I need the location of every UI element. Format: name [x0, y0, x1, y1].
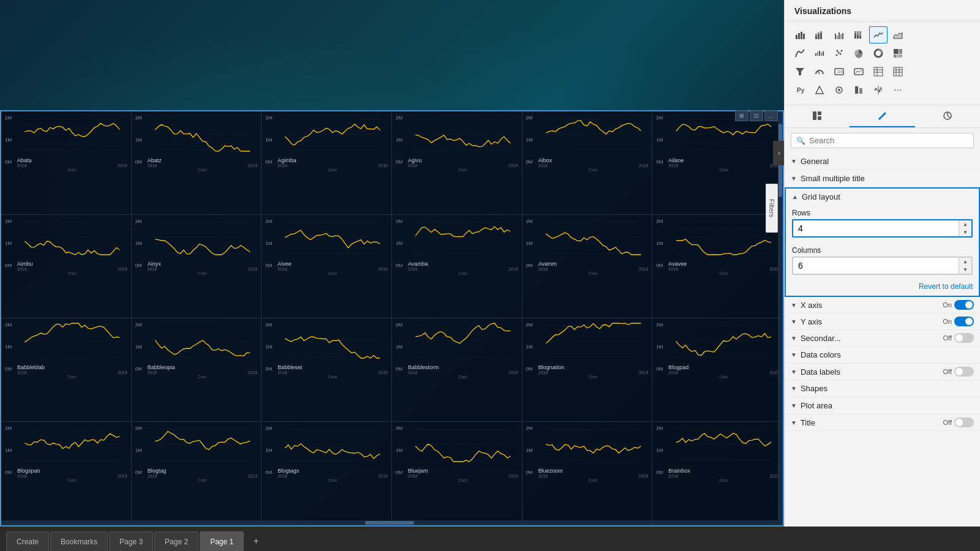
- donut-icon[interactable]: [869, 45, 888, 62]
- ribbon-icon[interactable]: [791, 45, 809, 62]
- rows-increment[interactable]: ▲: [959, 220, 971, 228]
- chart-cell-brainbox[interactable]: 2M 1M 0M Brainbox 2018 2019 Date: [652, 422, 783, 525]
- chart-cell-avamba[interactable]: 2M 1M 0M Avamba 2018 2019 Date: [392, 215, 522, 318]
- gauge-icon[interactable]: [810, 63, 829, 80]
- x-axis-row[interactable]: ▼ X axis On: [785, 297, 980, 313]
- chart-control-more[interactable]: …: [764, 110, 778, 121]
- x-axis-toggle[interactable]: [954, 300, 974, 310]
- rows-input-row[interactable]: ▲ ▼: [792, 219, 973, 238]
- data-labels-row[interactable]: ▼ Data labels Off: [785, 364, 980, 380]
- chart-control-focus[interactable]: ⊞: [735, 110, 748, 121]
- svg-rect-108: [897, 54, 902, 58]
- chart-cell-agimba[interactable]: 2M 1M 0M Agimba 2018 2019 Date: [262, 111, 392, 215]
- rows-decrement[interactable]: ▼: [959, 228, 971, 236]
- chart-cell-blogspan[interactable]: 2M 1M 0M Blogspan 2018 2019 Date: [1, 422, 132, 525]
- treemap-icon[interactable]: [889, 45, 907, 62]
- columns-decrement[interactable]: ▼: [959, 266, 971, 274]
- columns-increment[interactable]: ▲: [959, 258, 971, 266]
- title-toggle[interactable]: [954, 418, 974, 427]
- sparkline-svg: [148, 114, 258, 154]
- grouped-bar-icon[interactable]: [830, 26, 848, 43]
- chart-cell-agivu[interactable]: 2M 1M 0M Agivu 2018 2019 Date: [392, 111, 522, 215]
- chart-cell-ailane[interactable]: 2M 1M 0M Ailane 2018 2019 Date: [652, 111, 783, 215]
- tab-page1[interactable]: Page 1: [200, 531, 244, 551]
- waterfall-icon[interactable]: [810, 45, 829, 62]
- chart-cell-babbleblab[interactable]: 2M 1M 0M Babbleblab 2018 2019 Date: [1, 318, 132, 422]
- bottom-tab-bar: Create Bookmarks Page 3 Page 2 Page 1 +: [0, 527, 980, 551]
- chart-cell-ainyx[interactable]: 2M 1M 0M Ainyx 2018 2019 Date: [132, 215, 262, 318]
- data-labels-toggle[interactable]: [954, 367, 974, 377]
- section-general[interactable]: ▼ General: [785, 153, 980, 170]
- area-chart-icon[interactable]: [889, 26, 907, 43]
- line-chart-icon[interactable]: [869, 26, 888, 43]
- chart-cell-bluejam[interactable]: 2M 1M 0M Bluejam 2018 2019 Date: [392, 422, 522, 525]
- svg-rect-127: [855, 86, 858, 94]
- grid-layout-header[interactable]: ▲ Grid layout: [786, 189, 979, 205]
- tab-page3[interactable]: Page 3: [109, 531, 153, 551]
- chart-cell-avamm[interactable]: 2M 1M 0M Avamm 2018 2019 Date: [522, 215, 653, 318]
- chart-cell-abatz[interactable]: 2M 1M 0M Abatz 2018 2019 Date: [132, 111, 262, 215]
- tab-create[interactable]: Create: [6, 531, 49, 551]
- vertical-scrollbar[interactable]: [778, 111, 783, 525]
- chart-cell-blognation[interactable]: 2M 1M 0M Blognation 2018 2019 Date: [522, 318, 653, 422]
- collapse-panel-button[interactable]: ›: [773, 141, 784, 165]
- svg-rect-79: [818, 32, 820, 34]
- section-small-multiple-title[interactable]: ▼ Small multiple title: [785, 170, 980, 187]
- chart-cell-blogtag[interactable]: 2M 1M 0M Blogtag 2018 2019 Date: [132, 422, 262, 525]
- tab-fields[interactable]: [785, 105, 850, 127]
- search-box[interactable]: 🔍: [791, 133, 974, 148]
- x-axis-title: Date: [277, 271, 388, 276]
- funnel-icon[interactable]: [791, 63, 809, 80]
- chart-cell-blogpad[interactable]: 2M 1M 0M Blogpad 2018 2019 Date: [652, 318, 783, 422]
- tab-analytics[interactable]: [915, 105, 980, 127]
- horizontal-scrollbar[interactable]: [1, 520, 778, 525]
- filters-tab[interactable]: Filters: [766, 184, 778, 233]
- chart-cell-avavee[interactable]: 2M 1M 0M Avavee 2018 2019 Date: [652, 215, 783, 318]
- svg-rect-118: [894, 67, 902, 76]
- columns-stepper: ▲ ▼: [959, 258, 971, 274]
- pie-chart-icon[interactable]: [850, 45, 868, 62]
- search-input[interactable]: [809, 136, 968, 145]
- revert-to-default-button[interactable]: Revert to default: [786, 280, 979, 296]
- chart-cell-blogtags[interactable]: 2M 1M 0M Blogtags 2018 2019 Date: [262, 422, 392, 525]
- section-plot-area[interactable]: ▼ Plot area: [785, 397, 980, 414]
- matrix-icon[interactable]: [889, 63, 907, 80]
- title-row[interactable]: ▼ Title Off: [785, 414, 980, 431]
- section-data-colors[interactable]: ▼ Data colors: [785, 347, 980, 364]
- rows-input[interactable]: [793, 221, 959, 236]
- y-axis-toggle[interactable]: [954, 317, 974, 326]
- chart-cell-babbleopia[interactable]: 2M 1M 0M Babbleopia 2018 2019 Date: [132, 318, 262, 422]
- tab-bookmarks[interactable]: Bookmarks: [50, 531, 108, 551]
- scatter-icon[interactable]: [830, 45, 848, 62]
- kpi-icon[interactable]: [850, 63, 868, 80]
- 100-bar-icon[interactable]: [850, 26, 868, 43]
- chart-cell-aimbu[interactable]: 2M 1M 0M Aimbu 2018 2019 Date: [1, 215, 132, 318]
- y-axis-row[interactable]: ▼ Y axis On: [785, 313, 980, 330]
- add-page-button[interactable]: +: [247, 533, 265, 550]
- chart-cell-babbleset[interactable]: 2M 1M 0M Babbleset 2018 2019 Date: [262, 318, 392, 422]
- table-icon[interactable]: [869, 63, 888, 80]
- chart-cell-aivee[interactable]: 2M 1M 0M Aivee 2018 2019 Date: [262, 215, 392, 318]
- custom1-icon[interactable]: [810, 81, 829, 99]
- tab-page2[interactable]: Page 2: [154, 531, 198, 551]
- more-visuals-icon[interactable]: ···: [889, 81, 907, 99]
- tab-format[interactable]: [850, 105, 914, 127]
- chart-control-expand[interactable]: ⊡: [750, 110, 763, 121]
- columns-input[interactable]: [793, 258, 959, 273]
- chart-cell-babblestorm[interactable]: 2M 1M 0M Babblestorm 2018 2019 Date: [392, 318, 522, 422]
- r-visual-icon[interactable]: Py: [791, 81, 809, 99]
- secondary-toggle[interactable]: [954, 333, 974, 343]
- chart-cell-aibox[interactable]: 2M 1M 0M Aibox 2018 2019 Date: [522, 111, 653, 215]
- columns-input-row[interactable]: ▲ ▼: [792, 257, 973, 275]
- section-shapes[interactable]: ▼ Shapes: [785, 380, 980, 397]
- bar-chart-icon[interactable]: [791, 26, 809, 43]
- card-icon[interactable]: 123: [830, 63, 848, 80]
- custom4-icon[interactable]: [869, 81, 888, 99]
- stacked-bar-icon[interactable]: [810, 26, 829, 43]
- y-axis-labels: 2M 1M 0M: [135, 217, 148, 269]
- chart-cell-bluezoom[interactable]: 2M 1M 0M Bluezoom 2018 2019 Date: [522, 422, 653, 525]
- custom3-icon[interactable]: [850, 81, 868, 99]
- chart-cell-abata[interactable]: 2M 1M 0M Abata 2018 2019 Date: [1, 111, 132, 215]
- secondary-axis-row[interactable]: ▼ Secondar... Off: [785, 330, 980, 347]
- custom2-icon[interactable]: [830, 81, 848, 99]
